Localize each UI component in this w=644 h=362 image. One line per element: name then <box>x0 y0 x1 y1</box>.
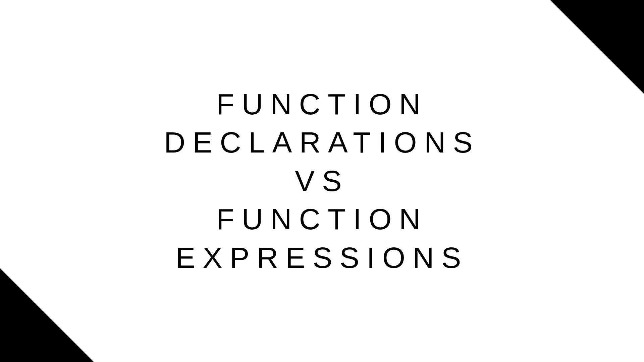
decorative-triangle-top-right <box>550 0 644 94</box>
title-line-1: FUNCTION <box>0 85 644 123</box>
title-line-4: FUNCTION <box>0 200 644 238</box>
title-line-5: EXPRESSIONS <box>0 239 644 277</box>
title-line-2: DECLARATIONS <box>0 123 644 162</box>
title-line-3: VS <box>0 162 644 200</box>
title-container: FUNCTION DECLARATIONS VS FUNCTION EXPRES… <box>0 85 644 277</box>
decorative-triangle-bottom-left <box>0 268 94 362</box>
